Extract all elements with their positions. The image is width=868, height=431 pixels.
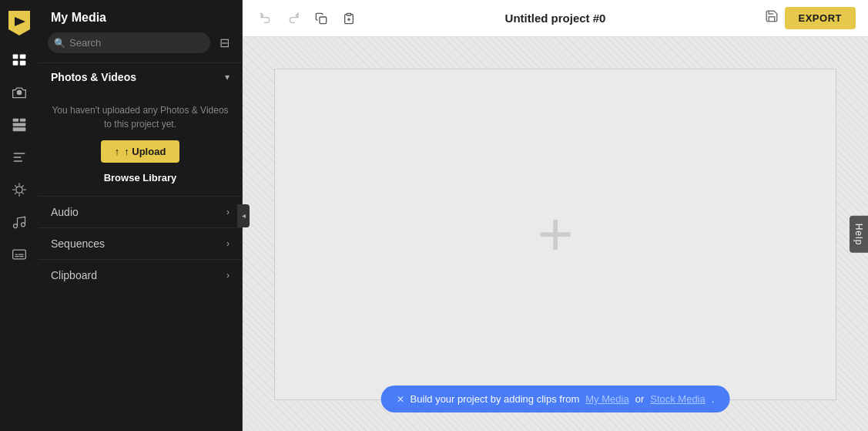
toolbar-left xyxy=(255,9,360,28)
svg-rect-2 xyxy=(13,55,18,59)
toolbar-right: EXPORT xyxy=(765,7,856,29)
notification-my-media-link[interactable]: My Media xyxy=(585,393,628,405)
svg-point-13 xyxy=(22,223,25,227)
upload-icon: ↑ xyxy=(115,146,120,157)
section-audio[interactable]: Audio › xyxy=(39,196,242,227)
notification-stock-media-link[interactable]: Stock Media xyxy=(650,393,705,405)
toolbar: Untitled project #0 EXPORT xyxy=(243,0,868,37)
section-clipboard[interactable]: Clipboard › xyxy=(39,259,242,291)
notification-bar: ✕ Build your project by adding clips fro… xyxy=(381,386,730,412)
section-sequences-label: Sequences xyxy=(51,237,105,250)
sidebar-item-effects[interactable] xyxy=(5,176,33,204)
sidebar-collapse-button[interactable]: ◂ xyxy=(237,204,250,227)
paste-frames-button[interactable] xyxy=(338,9,360,28)
notification-period: . xyxy=(712,393,715,405)
sidebar-item-captions[interactable] xyxy=(5,241,33,268)
svg-rect-4 xyxy=(20,55,26,59)
help-button[interactable]: Help xyxy=(850,215,868,253)
notification-text: Build your project by adding clips from xyxy=(411,393,580,405)
svg-rect-5 xyxy=(20,61,26,66)
sidebar-item-templates[interactable] xyxy=(5,111,33,139)
svg-rect-8 xyxy=(20,119,26,122)
main-content: Untitled project #0 EXPORT + Help ✕ Buil… xyxy=(243,0,868,431)
canvas-area: + Help ✕ Build your project by adding cl… xyxy=(243,37,868,431)
project-title: Untitled project #0 xyxy=(505,12,606,25)
save-icon[interactable] xyxy=(765,9,779,27)
upload-label: ↑ Upload xyxy=(124,146,166,157)
filter-button[interactable]: ⊟ xyxy=(216,32,233,53)
undo-button[interactable] xyxy=(255,9,276,28)
section-clipboard-label: Clipboard xyxy=(51,269,97,281)
notification-or: or xyxy=(635,393,645,405)
sidebar-item-media[interactable] xyxy=(5,46,33,74)
search-input-wrap: 🔍 xyxy=(48,32,210,53)
svg-rect-3 xyxy=(13,61,18,66)
section-audio-label: Audio xyxy=(51,206,79,218)
upload-button[interactable]: ↑ ↑ Upload xyxy=(101,140,180,163)
sidebar-panel: My Media 🔍 ⊟ Photos & Videos ▾ You haven… xyxy=(39,0,243,431)
chevron-right-icon-audio: › xyxy=(226,207,230,217)
chevron-right-icon-clipboard: › xyxy=(226,270,230,281)
section-photos-videos-label: Photos & Videos xyxy=(51,71,136,83)
svg-point-12 xyxy=(14,224,18,228)
canvas[interactable]: + xyxy=(274,69,836,400)
section-sequences[interactable]: Sequences › xyxy=(39,227,242,259)
photos-videos-body: You haven't uploaded any Photos & Videos… xyxy=(39,91,242,196)
search-icon: 🔍 xyxy=(54,38,65,49)
svg-point-11 xyxy=(16,187,22,193)
sidebar-item-audio[interactable] xyxy=(5,208,33,236)
svg-rect-10 xyxy=(13,127,26,131)
export-button[interactable]: EXPORT xyxy=(785,7,856,29)
browse-library-link[interactable]: Browse Library xyxy=(104,172,177,184)
search-input[interactable] xyxy=(48,32,210,53)
search-bar: 🔍 ⊟ xyxy=(48,32,233,53)
copy-frames-button[interactable] xyxy=(310,9,332,28)
svg-point-6 xyxy=(17,90,22,96)
chevron-down-icon: ▾ xyxy=(225,72,230,82)
add-clip-icon: + xyxy=(538,204,574,265)
notification-close-button[interactable]: ✕ xyxy=(397,394,404,405)
sidebar-item-capture[interactable] xyxy=(5,79,33,106)
icon-rail xyxy=(0,0,39,431)
svg-rect-7 xyxy=(13,119,19,122)
chevron-right-icon-sequences: › xyxy=(226,238,230,249)
redo-button[interactable] xyxy=(283,9,304,28)
empty-state-text: You haven't uploaded any Photos & Videos… xyxy=(51,103,230,131)
section-photos-videos[interactable]: Photos & Videos ▾ xyxy=(39,62,242,91)
svg-rect-15 xyxy=(320,17,327,24)
sidebar-title: My Media xyxy=(39,0,242,32)
svg-rect-9 xyxy=(13,123,26,126)
svg-rect-16 xyxy=(347,13,350,15)
app-logo[interactable] xyxy=(5,8,33,35)
sidebar-item-text[interactable] xyxy=(5,143,33,171)
